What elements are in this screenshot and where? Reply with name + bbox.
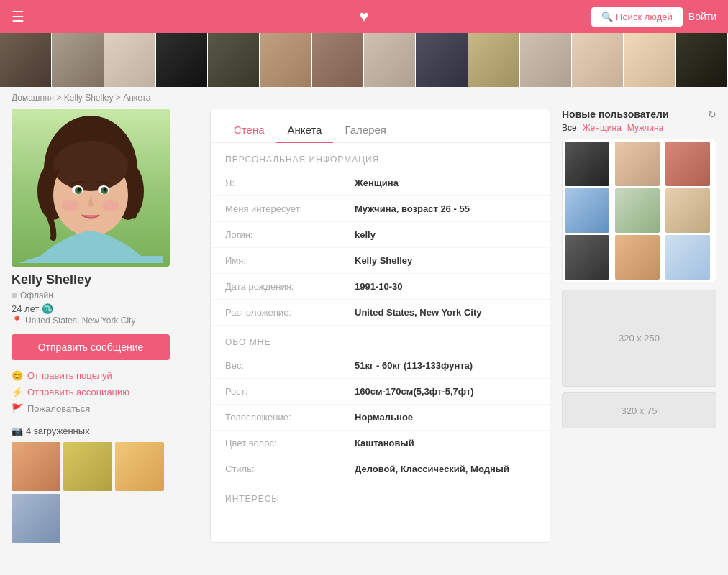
value-style: Деловой, Классический, Модный [355, 464, 509, 474]
header-right: 🔍 Поиск людей Войти [591, 7, 716, 27]
strip-photo-3 [104, 33, 156, 87]
association-icon: ⚡ [12, 387, 23, 397]
label-interested: Меня интересует: [225, 203, 355, 214]
login-button[interactable]: Войти [688, 11, 716, 22]
svg-point-5 [53, 141, 128, 191]
strip-photo-2 [52, 33, 104, 87]
refresh-icon[interactable]: ↻ [708, 109, 716, 120]
value-height: 160см-170см(5,3фт-5,7фт) [355, 386, 474, 397]
report-link[interactable]: 🚩 Пожаловаться [12, 403, 199, 414]
new-user-1[interactable] [565, 142, 609, 186]
label-build: Телосложение: [225, 412, 355, 423]
send-association-label: Отправить ассоциацию [27, 387, 129, 397]
breadcrumb: Домашняя > Kelly Shelley > Анкета [0, 87, 728, 109]
photo-thumb-3[interactable] [115, 442, 164, 491]
interests-section-title: ИНТЕРЕСЫ [211, 482, 550, 510]
photo-thumb-2[interactable] [63, 442, 112, 491]
strip-photo-14 [676, 33, 728, 87]
ad-75-label: 320 x 75 [622, 405, 658, 416]
camera-icon: 📷 [12, 426, 23, 436]
breadcrumb-sep1: > [56, 93, 63, 103]
label-style: Стиль: [225, 464, 355, 474]
age-value: 24 лет [12, 303, 39, 314]
info-row-height: Рост: 160см-170см(5,3фт-5,7фт) [211, 379, 550, 405]
main-layout: Kelly Shelley Офлайн 24 лет ♏ 📍 United S… [0, 109, 728, 554]
value-weight: 51кг - 60кг (113-133фунта) [355, 360, 473, 371]
new-user-9[interactable] [665, 235, 710, 280]
info-row-hair: Цвет волос: Каштановый [211, 431, 550, 456]
kiss-icon: 😊 [12, 370, 23, 381]
info-row-birthdate: Дата рождения: 1991-10-30 [211, 274, 550, 300]
label-height: Рост: [225, 386, 355, 397]
value-build: Нормальное [355, 412, 413, 423]
photo-strip [0, 33, 728, 87]
tab-wall[interactable]: Стена [222, 118, 276, 143]
photo-thumb-4[interactable] [12, 494, 60, 543]
filter-female[interactable]: Женщина [583, 123, 622, 133]
strip-photo-7 [312, 33, 364, 87]
strip-photo-6 [260, 33, 311, 87]
info-row-location: Расположение: United States, New York Ci… [211, 300, 550, 326]
send-message-button[interactable]: Отправить сообщение [12, 334, 170, 360]
info-row-build: Телосложение: Нормальное [211, 405, 550, 431]
breadcrumb-page: Анкета [123, 93, 150, 103]
profile-location: 📍 United States, New York City [12, 316, 199, 326]
info-row-name: Имя: Kelly Shelley [211, 248, 550, 274]
label-login: Логин: [225, 229, 355, 240]
new-user-7[interactable] [565, 235, 609, 280]
left-column: Kelly Shelley Офлайн 24 лет ♏ 📍 United S… [12, 109, 199, 543]
photos-count: 4 загруженных [26, 426, 90, 436]
filter-links: Все Женщина Мужчина [562, 123, 716, 133]
photos-section: 📷 4 загруженных [12, 426, 199, 543]
profile-age: 24 лет ♏ [12, 303, 199, 314]
value-hair: Каштановый [355, 438, 414, 448]
info-row-gender: Я: Женщина [211, 170, 550, 196]
header: ☰ ♥ 🔍 Поиск людей Войти [0, 0, 728, 33]
filter-all[interactable]: Все [562, 123, 577, 133]
label-location: Расположение: [225, 307, 355, 318]
new-users-grid [562, 139, 716, 282]
svg-point-10 [78, 188, 81, 192]
new-user-3[interactable] [665, 142, 710, 186]
strip-photo-11 [520, 33, 572, 87]
header-left: ☰ [12, 8, 24, 25]
breadcrumb-home[interactable]: Домашняя [12, 93, 54, 103]
report-icon: 🚩 [12, 403, 23, 414]
profile-tabs: Стена Анкета Галерея [211, 109, 550, 143]
zodiac-icon: ♏ [42, 303, 53, 314]
send-kiss-link[interactable]: 😊 Отправить поцелуй [12, 370, 199, 381]
status-indicator [12, 293, 17, 298]
ad-block-75: 320 x 75 [562, 392, 716, 428]
profile-photo-svg [19, 112, 163, 263]
breadcrumb-name[interactable]: Kelly Shelley [64, 93, 114, 103]
photo-thumb-1[interactable] [12, 442, 60, 491]
new-user-2[interactable] [615, 142, 660, 186]
value-location: United States, New York City [355, 307, 482, 318]
new-users-title: Новые пользователи [562, 109, 669, 120]
location-value: United States, New York City [25, 316, 135, 326]
filter-male[interactable]: Мужчина [627, 123, 663, 133]
right-column: Новые пользователи ↻ Все Женщина Мужчина… [562, 109, 716, 543]
tab-profile[interactable]: Анкета [276, 118, 334, 143]
profile-photo [12, 109, 170, 267]
strip-photo-1 [0, 33, 52, 87]
value-interested: Мужчина, возраст 26 - 55 [355, 203, 470, 214]
menu-icon[interactable]: ☰ [12, 8, 24, 25]
new-user-5[interactable] [615, 188, 660, 233]
new-user-6[interactable] [665, 188, 710, 233]
send-association-link[interactable]: ⚡ Отправить ассоциацию [12, 387, 199, 397]
value-gender: Женщина [355, 178, 399, 188]
new-users-header: Новые пользователи ↻ [562, 109, 716, 120]
info-row-weight: Вес: 51кг - 60кг (113-133фунта) [211, 353, 550, 379]
strip-photo-13 [624, 33, 675, 87]
tab-gallery[interactable]: Галерея [333, 118, 398, 143]
new-user-4[interactable] [565, 188, 609, 233]
profile-status: Офлайн [12, 290, 199, 300]
strip-photo-12 [572, 33, 624, 87]
label-birthdate: Дата рождения: [225, 281, 355, 292]
info-row-login: Логин: kelly [211, 222, 550, 248]
info-row-interested: Меня интересует: Мужчина, возраст 26 - 5… [211, 196, 550, 222]
svg-point-12 [62, 200, 79, 211]
new-user-8[interactable] [615, 235, 660, 280]
search-people-button[interactable]: 🔍 Поиск людей [591, 7, 682, 27]
